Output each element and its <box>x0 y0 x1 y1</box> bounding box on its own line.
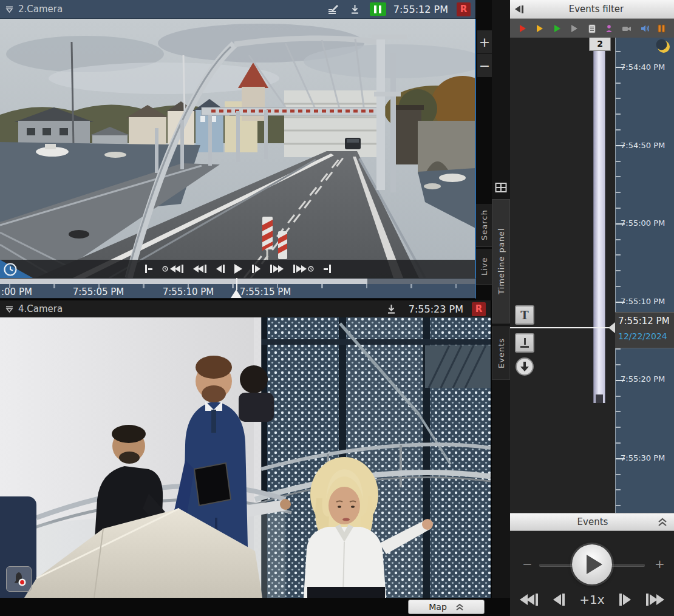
camera4-time: 7:55:23 PM <box>409 303 463 315</box>
camera2-title: 2.Camera <box>18 4 63 15</box>
tab-events[interactable]: Events <box>492 327 510 380</box>
export-icon[interactable] <box>327 4 340 15</box>
expand-up-icon[interactable] <box>657 517 668 527</box>
camera2-titlebar[interactable]: 2.Camera 7:55:12 PM R <box>0 0 475 19</box>
down-arrow-glyph <box>520 362 529 371</box>
zoom-out-button[interactable]: − <box>477 54 492 77</box>
camera4-video[interactable] <box>0 317 491 598</box>
right-panel: Events filter 7:54:40 PM 7:54:50 PM 7:55… <box>510 0 674 616</box>
timeline-label: 7:55:15 PM <box>240 286 291 297</box>
compress-timeline-button[interactable] <box>515 333 534 353</box>
camera4-titlebar[interactable]: 4.Camera 7:55:23 PM R <box>0 300 491 317</box>
camera2-footage-strip[interactable] <box>0 278 475 284</box>
current-time-value: 7:55:12 PM <box>615 313 674 327</box>
current-time-line <box>510 327 615 328</box>
fast-forward-button[interactable] <box>270 265 284 273</box>
archive-clock-icon[interactable] <box>3 262 18 277</box>
collapse-panel-icon[interactable] <box>515 5 523 13</box>
text-comment-button[interactable]: T <box>515 305 534 325</box>
current-time-box[interactable]: 7:55:12 PM 12/22/2024 <box>615 312 674 348</box>
download-icon[interactable] <box>386 304 397 314</box>
ruler-label: 7:55:10 PM <box>621 297 665 306</box>
normal-events-icon[interactable] <box>553 24 562 33</box>
text-comment-glyph: T <box>520 309 528 322</box>
step-forward-button[interactable] <box>619 594 631 606</box>
ruler-label: 7:55:30 PM <box>621 453 665 462</box>
speed-minus-label[interactable]: − <box>522 557 533 571</box>
recording-track-end-cap <box>596 394 603 403</box>
layout-grid-icon[interactable] <box>495 182 507 193</box>
expand-up-icon <box>455 603 464 611</box>
fast-forward-interval-button[interactable] <box>293 265 314 273</box>
events-filter-header: Events filter <box>510 0 674 19</box>
zoom-in-button[interactable]: + <box>477 30 492 54</box>
log-events-icon[interactable] <box>588 24 596 33</box>
play-glyph <box>587 555 602 574</box>
pause-events-icon[interactable] <box>658 24 665 33</box>
tab-search[interactable]: Search <box>476 204 492 247</box>
info-events-icon[interactable] <box>570 24 579 33</box>
ruler-major-ticks <box>616 67 625 460</box>
camera4-menu-chevron-icon[interactable] <box>5 305 14 313</box>
ruler-label: 7:54:50 PM <box>621 141 665 150</box>
events-panel-header[interactable]: Events <box>510 513 674 531</box>
step-back-button[interactable] <box>553 594 565 606</box>
ruler-label: 7:55:00 PM <box>621 218 665 228</box>
compress-glyph <box>520 338 529 348</box>
zoom-in-label: + <box>479 35 490 50</box>
play-button-large[interactable] <box>572 544 612 584</box>
track-camera-label[interactable]: 2 <box>589 38 611 51</box>
step-back-button[interactable] <box>216 265 225 273</box>
events-panel-title: Events <box>528 516 657 527</box>
scroll-down-button[interactable] <box>516 357 534 376</box>
timeline-body: 7:54:40 PM 7:54:50 PM 7:55:00 PM 7:55:10… <box>510 38 674 513</box>
camera4-record-badge: R <box>472 302 486 316</box>
play-button[interactable] <box>234 264 242 274</box>
download-icon[interactable] <box>350 4 360 15</box>
step-forward-button[interactable] <box>252 265 260 273</box>
warning-events-icon[interactable] <box>536 24 544 33</box>
tab-search-label: Search <box>480 210 489 241</box>
goto-start-button[interactable] <box>145 265 152 273</box>
zoom-out-label: − <box>479 58 490 73</box>
speed-plus-label[interactable]: + <box>655 557 665 571</box>
timeline-label: :00 PM <box>1 286 32 297</box>
timeline-label: 7:55:10 PM <box>163 286 214 297</box>
camera4-scene <box>0 317 491 598</box>
pause-button[interactable] <box>370 2 386 16</box>
map-button-label: Map <box>429 602 447 612</box>
fast-rewind-button[interactable] <box>193 265 206 273</box>
recording-track[interactable] <box>593 51 605 403</box>
map-button[interactable]: Map <box>408 600 485 614</box>
ruler-label: 7:54:40 PM <box>621 63 665 72</box>
track-camera-number: 2 <box>597 39 603 49</box>
prev-event-button[interactable] <box>520 594 538 606</box>
camera2-menu-chevron-icon[interactable] <box>5 5 14 13</box>
events-filter-title: Events filter <box>523 4 669 15</box>
camera-events-icon[interactable] <box>622 25 631 33</box>
timeline-label: 7:55:05 PM <box>73 286 124 297</box>
alarm-events-icon[interactable] <box>519 24 527 33</box>
camera2-scene <box>0 19 475 278</box>
vms-application: 2.Camera 7:55:12 PM R <box>0 0 674 616</box>
fast-rewind-interval-button[interactable] <box>162 265 183 273</box>
tab-live-label: Live <box>480 257 489 276</box>
speed-value-label: +1x <box>579 592 604 607</box>
next-event-button[interactable] <box>646 594 664 606</box>
audio-events-icon[interactable] <box>641 24 649 33</box>
playhead-stem[interactable] <box>236 278 237 290</box>
tab-live[interactable]: Live <box>476 249 492 285</box>
events-filter-iconbar <box>510 19 674 39</box>
goto-end-button[interactable] <box>324 265 331 273</box>
camera2-video[interactable] <box>0 19 475 278</box>
footage-range <box>0 279 367 284</box>
tab-timeline-panel[interactable]: Timeline panel <box>492 199 510 323</box>
night-moon-icon <box>656 39 672 55</box>
operator-events-icon[interactable] <box>605 24 613 33</box>
transport-controls: − + +1x <box>510 531 674 616</box>
ruler-label: 7:55:20 PM <box>621 374 665 384</box>
alarm-bell-button[interactable] <box>6 566 32 592</box>
playhead-marker[interactable] <box>231 289 242 298</box>
camera2-playback-bar <box>0 260 475 278</box>
tab-events-label: Events <box>497 338 506 368</box>
